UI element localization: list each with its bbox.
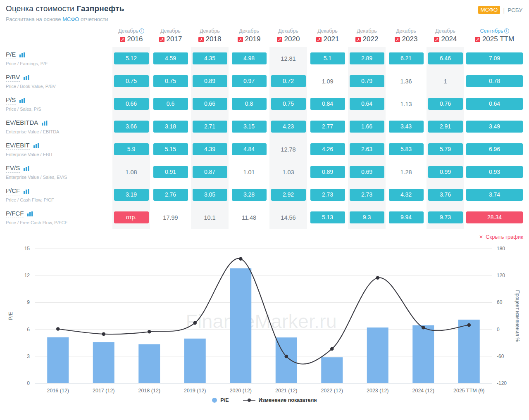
metric-cell: 2.73 bbox=[347, 183, 386, 206]
month-text: Декабрь bbox=[200, 28, 220, 34]
metric-chart-icon[interactable] bbox=[27, 211, 33, 216]
metric-cell: 4.35 bbox=[190, 47, 229, 70]
metric-cell: 0.66 bbox=[112, 93, 151, 115]
pdf-report-icon[interactable] bbox=[198, 37, 204, 42]
month-text: Декабрь bbox=[278, 28, 298, 34]
metric-name-link[interactable]: EV/EBIT bbox=[6, 142, 30, 150]
pdf-report-icon[interactable] bbox=[475, 37, 480, 42]
metric-name-row: P/FCF bbox=[6, 210, 112, 218]
metric-name-link[interactable]: P/E bbox=[6, 51, 16, 59]
metric-chart-icon[interactable] bbox=[33, 143, 39, 148]
metric-value-badge: 2.89 bbox=[350, 52, 384, 64]
metric-value-badge: 0.76 bbox=[428, 98, 463, 110]
column-year-link[interactable]: 2016 bbox=[120, 35, 143, 43]
column-year-link[interactable]: 2025 TTM bbox=[475, 35, 514, 43]
column-month-label: Сентябрьi bbox=[480, 28, 509, 34]
column-header-2020: Декабрь2020 bbox=[269, 26, 308, 47]
pdf-report-icon[interactable] bbox=[238, 37, 243, 42]
right-axis-tick: 0 bbox=[497, 327, 500, 332]
watermark: FinanceMarker.ru bbox=[186, 310, 337, 332]
metric-chart-icon[interactable] bbox=[24, 189, 29, 194]
metric-chart-icon[interactable] bbox=[42, 121, 48, 126]
metric-value-badge: 0.99 bbox=[428, 166, 463, 178]
column-year-link[interactable]: 2022 bbox=[355, 35, 379, 43]
metric-cell: 1 bbox=[426, 70, 465, 93]
year-text: 2023 bbox=[402, 35, 418, 43]
column-year-link[interactable]: 2018 bbox=[198, 35, 222, 43]
metric-cell: 4.98 bbox=[229, 47, 269, 70]
msfo-toggle-button[interactable]: МСФО bbox=[478, 6, 500, 14]
metric-cell: 3.05 bbox=[190, 183, 229, 206]
pdf-report-icon[interactable] bbox=[277, 37, 282, 42]
pdf-report-icon[interactable] bbox=[355, 37, 361, 42]
metric-label-EV-EBITDA: EV/EBITDAEnterprise Value / EBITDA bbox=[6, 115, 112, 138]
metric-value-badge: 3.43 bbox=[389, 121, 424, 133]
change-line-marker bbox=[193, 321, 197, 325]
column-year-link[interactable]: 2017 bbox=[159, 35, 182, 43]
month-text: Декабрь bbox=[160, 28, 181, 34]
metric-name-link[interactable]: P/BV bbox=[6, 74, 20, 82]
metric-chart-icon[interactable] bbox=[24, 75, 29, 80]
column-month-label: Декабрь bbox=[317, 28, 338, 34]
metric-value: 10.1 bbox=[204, 214, 215, 221]
metric-cell: 3.28 bbox=[229, 183, 269, 206]
metric-description: Price / Earnings, P/E bbox=[6, 61, 112, 66]
legend-change-label: Изменение показателя bbox=[259, 397, 317, 403]
metric-value: 1.09 bbox=[322, 78, 333, 85]
metric-name-row: P/S bbox=[6, 96, 112, 104]
metric-cell: 2.73 bbox=[308, 183, 347, 206]
x-axis-label: 2021 (12) bbox=[275, 388, 298, 394]
metric-value-badge: 7.09 bbox=[466, 52, 523, 64]
hide-chart-button[interactable]: ✕ Скрыть график bbox=[479, 234, 523, 240]
column-year-link[interactable]: 2023 bbox=[395, 35, 418, 43]
msfo-link[interactable]: МСФО bbox=[62, 16, 79, 22]
metric-value: 17.99 bbox=[163, 214, 178, 221]
column-year-link[interactable]: 2019 bbox=[238, 35, 261, 43]
pdf-report-icon[interactable] bbox=[120, 37, 125, 42]
left-axis-title: P/E bbox=[8, 312, 14, 320]
rsbu-toggle-button[interactable]: РСБУ bbox=[508, 7, 522, 13]
pe-history-chart: 1518012120960603-600-120FinanceMarker.ru… bbox=[0, 232, 529, 397]
column-header-2021: Декабрь2021 bbox=[308, 26, 347, 47]
metric-value-badge: 6.21 bbox=[389, 52, 424, 64]
metric-name-link[interactable]: EV/EBITDA bbox=[6, 119, 38, 127]
metric-chart-icon[interactable] bbox=[19, 52, 25, 57]
metric-cell: 1.09 bbox=[308, 70, 347, 93]
pdf-report-icon[interactable] bbox=[395, 37, 400, 42]
column-year-link[interactable]: 2024 bbox=[434, 35, 457, 43]
column-year-link[interactable]: 2020 bbox=[277, 35, 300, 43]
metric-name-link[interactable]: P/CF bbox=[6, 187, 20, 195]
info-icon[interactable]: i bbox=[504, 28, 509, 33]
metric-cell: 0.89 bbox=[190, 70, 229, 93]
metric-value-badge: 3.19 bbox=[114, 189, 149, 201]
metric-name-link[interactable]: P/FCF bbox=[6, 210, 24, 218]
metric-cell: 0.64 bbox=[465, 93, 524, 115]
right-axis-tick: -60 bbox=[497, 354, 504, 359]
column-year-link[interactable]: 2021 bbox=[316, 35, 339, 43]
metric-value-badge: 3.05 bbox=[193, 189, 227, 201]
metric-cell: 0.99 bbox=[426, 161, 465, 183]
column-month-label: Декабрь bbox=[200, 28, 220, 34]
year-text: 2017 bbox=[167, 35, 182, 43]
column-month-label: Декабрь bbox=[357, 28, 377, 34]
info-icon[interactable]: i bbox=[139, 28, 144, 33]
metric-value: 1.08 bbox=[125, 169, 137, 176]
metric-name-link[interactable]: EV/S bbox=[6, 164, 20, 173]
pdf-report-icon[interactable] bbox=[316, 37, 322, 42]
left-axis-tick: 12 bbox=[24, 273, 30, 278]
legend-pe-label: P/E bbox=[220, 397, 229, 403]
pe-bar bbox=[458, 320, 480, 383]
metric-name-link[interactable]: P/S bbox=[6, 96, 16, 104]
metric-chart-icon[interactable] bbox=[19, 98, 25, 103]
metric-chart-icon[interactable] bbox=[24, 166, 29, 171]
x-axis-label: 2018 (12) bbox=[138, 388, 160, 394]
legend-item-pe[interactable]: P/E bbox=[212, 397, 229, 403]
legend-item-change[interactable]: Изменение показателя bbox=[243, 397, 317, 403]
pdf-report-icon[interactable] bbox=[159, 37, 164, 42]
metric-value-badge: 4.59 bbox=[153, 52, 188, 64]
metric-description: Price / Cash Flow, P/CF bbox=[6, 197, 112, 202]
pdf-report-icon[interactable] bbox=[434, 37, 439, 42]
company-name: Газпрнефть bbox=[76, 4, 124, 13]
metric-cell: 3.43 bbox=[386, 115, 426, 138]
pe-series-marker-icon bbox=[212, 398, 217, 403]
